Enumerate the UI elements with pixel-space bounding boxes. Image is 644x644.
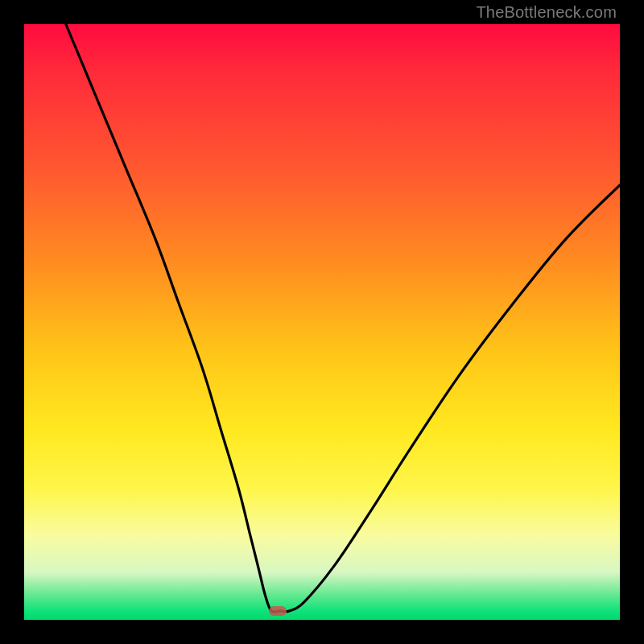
- watermark-text: TheBottleneck.com: [476, 3, 617, 22]
- chart-frame: TheBottleneck.com: [0, 0, 644, 644]
- optimal-marker: [269, 606, 287, 616]
- plot-area: [24, 24, 620, 620]
- bottleneck-curve: [24, 24, 620, 620]
